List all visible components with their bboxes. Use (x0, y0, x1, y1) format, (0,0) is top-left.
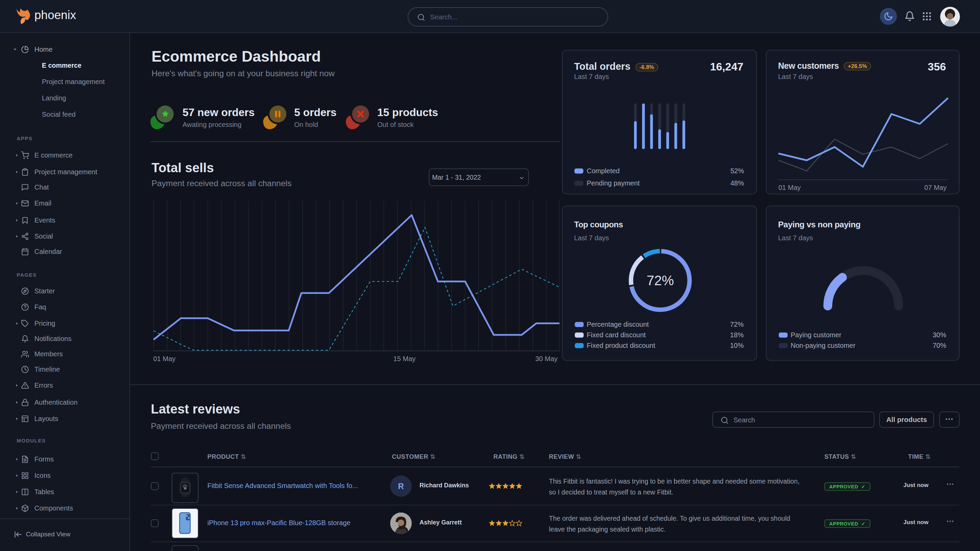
svg-text:72%: 72% (647, 273, 674, 288)
